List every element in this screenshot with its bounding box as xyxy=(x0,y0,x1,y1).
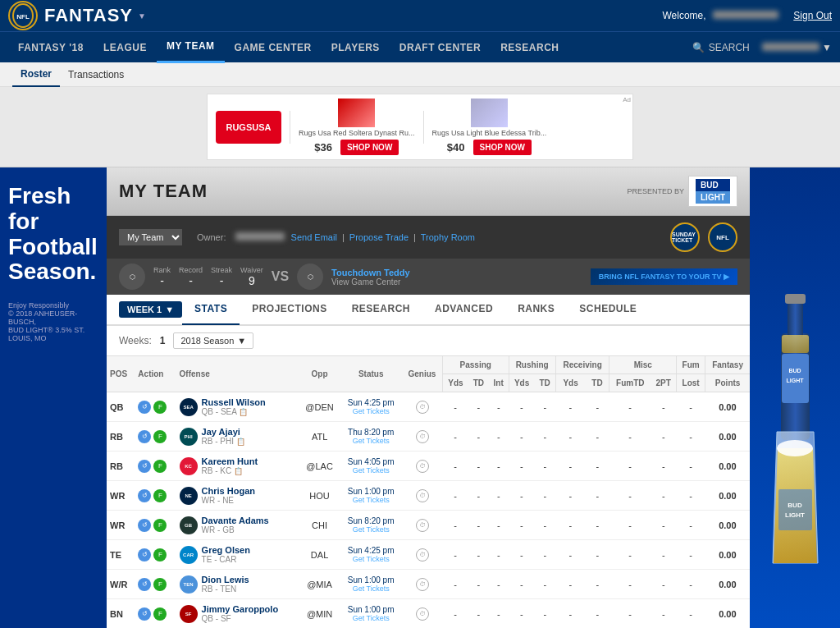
fantasy-dropdown[interactable]: ▼ xyxy=(138,11,146,21)
nav-draftcenter[interactable]: DRAFT CENTER xyxy=(390,32,491,63)
week-tab[interactable]: WEEK 1 ▼ xyxy=(119,301,182,318)
player-name[interactable]: Kareem Hunt xyxy=(202,456,258,466)
team-selector[interactable]: My Team xyxy=(119,229,182,245)
player-badge[interactable]: 📋 xyxy=(234,467,243,475)
record-display: Record - xyxy=(179,266,203,287)
subnav-roster[interactable]: Roster xyxy=(12,62,60,87)
nav-league[interactable]: LEAGUE xyxy=(94,32,157,63)
col-fum-lost: Lost xyxy=(677,374,705,392)
season-label: 2018 Season xyxy=(180,336,234,346)
add-icon[interactable]: F xyxy=(153,430,167,443)
nav-fantasy18[interactable]: FANTASY '18 xyxy=(8,32,94,63)
my-team-header: MY TEAM PRESENTED BY BUD LIGHT xyxy=(107,167,750,216)
pass-td: - xyxy=(468,422,489,452)
refresh-icon[interactable]: ↺ xyxy=(138,607,151,621)
player-team-logo: SF xyxy=(180,605,198,623)
player-pos-team: RB - KC 📋 xyxy=(202,466,258,475)
weeks-label: Weeks: xyxy=(119,335,152,346)
fum-lost: - xyxy=(677,422,705,452)
shop-now-btn-2[interactable]: SHOP NOW xyxy=(473,140,532,155)
add-icon[interactable]: F xyxy=(153,548,167,562)
player-pos-cell: BN xyxy=(107,599,135,629)
season-selector[interactable]: 2018 Season ▼ xyxy=(173,332,253,349)
pass-int: - xyxy=(489,599,509,629)
refresh-icon[interactable]: ↺ xyxy=(138,430,151,443)
page-title: MY TEAM xyxy=(119,181,208,202)
col-pass-yds: Yds xyxy=(443,374,468,392)
player-genius: ⏱ xyxy=(402,452,443,481)
col-rec-td: TD xyxy=(585,374,609,392)
search-label: SEARCH xyxy=(709,42,750,53)
trophy-room-link[interactable]: Trophy Room xyxy=(421,232,475,242)
view-game-center[interactable]: View Game Center xyxy=(331,277,410,286)
ad-product-1: Rugs Usa Red Soltera Dynast Ru... $36 SH… xyxy=(299,99,415,155)
refresh-icon[interactable]: ↺ xyxy=(138,489,151,502)
player-name[interactable]: Jay Ajayi xyxy=(202,427,245,437)
player-team-logo: PHI xyxy=(180,428,198,446)
col-opp: Opp xyxy=(299,356,340,392)
add-icon[interactable]: F xyxy=(153,460,167,473)
search-button[interactable]: 🔍 SEARCH xyxy=(692,42,750,53)
player-badge[interactable]: 📋 xyxy=(239,408,248,416)
fum-lost: - xyxy=(677,599,705,629)
subnav-transactions[interactable]: Transactions xyxy=(60,62,132,87)
tab-research[interactable]: RESEARCH xyxy=(340,294,422,325)
refresh-icon[interactable]: ↺ xyxy=(138,519,151,532)
player-action-cell: ↺ F xyxy=(135,540,176,570)
player-name[interactable]: Russell Wilson xyxy=(202,397,266,407)
sign-out-link[interactable]: Sign Out xyxy=(793,10,832,21)
refresh-icon[interactable]: ↺ xyxy=(138,460,151,473)
player-opp: @MIA xyxy=(299,570,340,599)
player-team-logo: SEA xyxy=(180,398,198,416)
add-icon[interactable]: F xyxy=(153,401,167,414)
refresh-icon[interactable]: ↺ xyxy=(138,578,151,591)
nav-players[interactable]: PLAYERS xyxy=(322,32,390,63)
tab-projections[interactable]: PROJECTIONS xyxy=(240,294,340,325)
refresh-icon[interactable]: ↺ xyxy=(138,401,151,414)
left-sidebar-ad: Fresh for Football Season. Enjoy Respons… xyxy=(0,167,107,628)
tab-advanced[interactable]: ADVANCED xyxy=(422,294,505,325)
main-content: Fresh for Football Season. Enjoy Respons… xyxy=(0,167,840,628)
pass-td: - xyxy=(468,452,489,481)
add-icon[interactable]: F xyxy=(153,519,167,532)
promo-text[interactable]: BRING NFL FANTASY TO YOUR TV ▶ xyxy=(599,273,729,281)
player-info-cell: GB Davante Adams WR - GB xyxy=(176,511,299,540)
player-action-cell: ↺ F xyxy=(135,570,176,599)
send-email-link[interactable]: Send Email xyxy=(291,232,337,242)
player-name[interactable]: Jimmy Garoppolo xyxy=(202,604,279,614)
player-action-cell: ↺ F xyxy=(135,392,176,422)
two-pt: - xyxy=(651,570,676,599)
player-badge[interactable]: 📋 xyxy=(236,438,245,446)
shop-now-btn-1[interactable]: SHOP NOW xyxy=(340,140,399,155)
player-team-logo: NE xyxy=(180,487,198,505)
player-genius: ⏱ xyxy=(402,511,443,540)
player-name[interactable]: Dion Lewis xyxy=(202,575,249,584)
tab-ranks[interactable]: RANKS xyxy=(505,294,567,325)
nav-myteam[interactable]: MY TEAM xyxy=(157,32,225,63)
refresh-icon[interactable]: ↺ xyxy=(138,548,151,562)
nav-gamecenter[interactable]: GAME CENTER xyxy=(225,32,322,63)
col-fum-td: FumTD xyxy=(609,374,651,392)
player-status: Sun 1:00 pm Get Tickets xyxy=(340,481,402,511)
player-status: Sun 8:20 pm Get Tickets xyxy=(340,511,402,540)
add-icon[interactable]: F xyxy=(153,489,167,502)
rec-yds: - xyxy=(555,422,585,452)
ad-banner: Ad RUGSUSA Rugs Usa Red Soltera Dynast R… xyxy=(0,87,840,167)
propose-trade-link[interactable]: Propose Trade xyxy=(349,232,409,242)
add-icon[interactable]: F xyxy=(153,607,167,621)
user-dropdown[interactable]: ▼ xyxy=(762,42,832,53)
add-icon[interactable]: F xyxy=(153,578,167,591)
player-opp: @DEN xyxy=(299,392,340,422)
nav-research[interactable]: RESEARCH xyxy=(491,32,568,63)
player-action-cell: ↺ F xyxy=(135,422,176,452)
player-status: Sun 4:25 pm Get Tickets xyxy=(340,392,402,422)
player-name[interactable]: Greg Olsen xyxy=(202,545,250,555)
two-pt: - xyxy=(651,422,676,452)
player-status: Sun 4:25 pm Get Tickets xyxy=(340,540,402,570)
svg-rect-10 xyxy=(778,489,812,530)
tab-schedule[interactable]: SCHEDULE xyxy=(567,294,649,325)
pass-yds: - xyxy=(443,422,468,452)
player-name[interactable]: Chris Hogan xyxy=(202,486,255,496)
player-name[interactable]: Davante Adams xyxy=(202,516,269,525)
tab-stats[interactable]: STATS xyxy=(182,294,240,325)
